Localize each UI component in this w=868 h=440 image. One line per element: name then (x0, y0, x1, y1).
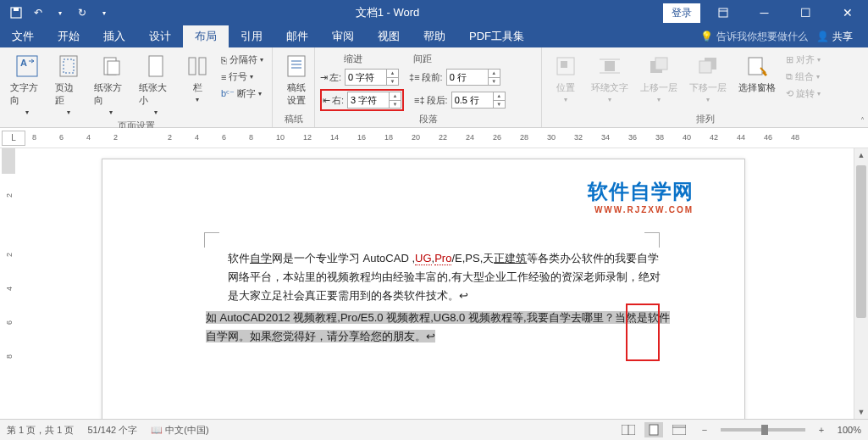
svg-rect-25 (699, 61, 711, 73)
share-button[interactable]: 👤共享 (816, 30, 853, 44)
watermark: 软件自学网 WWW.RJZXW.COM (588, 178, 694, 214)
status-page[interactable]: 第 1 页，共 1 页 (7, 424, 74, 437)
tab-references[interactable]: 引用 (229, 25, 274, 47)
zoom-level[interactable]: 100% (838, 425, 861, 435)
scroll-down-icon[interactable]: ▼ (854, 405, 868, 419)
spacing-after-input[interactable]: 0.5 行▲▼ (451, 92, 506, 109)
collapse-ribbon-icon[interactable]: ˄ (860, 116, 865, 125)
indent-right-icon: ⇤ (323, 95, 330, 106)
qat-customize-icon[interactable]: ▾ (97, 5, 112, 20)
wrap-text-button: 环绕文字▾ (588, 51, 632, 105)
indent-right-input[interactable]: 3 字符▲▼ (347, 92, 401, 109)
maximize-button[interactable]: ☐ (787, 0, 825, 25)
orientation-button[interactable]: 纸张方向▾ (91, 51, 130, 118)
svg-rect-10 (149, 56, 163, 76)
tab-layout[interactable]: 布局 (183, 25, 229, 47)
rotate-button: ⟲旋转▾ (784, 86, 822, 101)
zoom-in-button[interactable]: + (812, 422, 831, 437)
tab-file[interactable]: 文件 (0, 25, 46, 47)
book-icon: 📖 (151, 425, 163, 435)
print-layout-button[interactable] (644, 422, 663, 437)
svg-rect-30 (650, 425, 658, 435)
crop-mark (204, 232, 219, 248)
svg-rect-31 (672, 425, 686, 435)
svg-rect-12 (199, 58, 206, 75)
tab-mailings[interactable]: 邮件 (274, 25, 320, 47)
indent-header: 缩进 (344, 53, 362, 65)
spacing-before-icon: ‡≡ (409, 72, 420, 82)
breaks-icon: ⎘ (221, 55, 227, 65)
group-icon: ⧉ (786, 71, 793, 82)
paragraph-1[interactable]: 软件自学网是一个专业学习 AutoCAD ,UG,Pro/E,PS,天正建筑等各… (228, 249, 668, 305)
svg-rect-26 (749, 58, 762, 75)
spacing-after-icon: ≡‡ (414, 95, 425, 105)
spin-down-icon[interactable]: ▼ (387, 78, 398, 86)
svg-rect-19 (605, 61, 615, 71)
close-button[interactable]: ✕ (828, 0, 866, 25)
size-button[interactable]: 纸张大小▾ (135, 51, 175, 118)
paragraph-2[interactable]: 如 AutoCAD2012 视频教程,Pro/E5.0 视频教程,UG8.0 视… (206, 309, 680, 346)
svg-text:A: A (20, 58, 27, 68)
vertical-ruler[interactable]: 2 2 4 6 8 (0, 148, 20, 419)
spacing-before-input[interactable]: 0 行▲▼ (446, 69, 500, 86)
svg-rect-9 (108, 61, 119, 75)
undo-dropdown-icon[interactable]: ▾ (53, 5, 68, 20)
crop-mark (644, 232, 660, 248)
columns-button[interactable]: 栏▾ (180, 51, 214, 105)
indent-left-label: ⇥左: (320, 71, 341, 84)
tab-review[interactable]: 审阅 (320, 25, 366, 47)
ribbon-display-icon[interactable] (704, 0, 742, 25)
tab-view[interactable]: 视图 (366, 25, 412, 47)
redo-icon[interactable]: ↻ (75, 5, 90, 20)
group-label-paragraph: 段落 (320, 111, 536, 125)
tab-insert[interactable]: 插入 (91, 25, 137, 47)
spacing-before-label: ‡≡段前: (409, 71, 443, 84)
spacing-header: 间距 (413, 53, 432, 65)
text-direction-button[interactable]: A文字方向▾ (7, 51, 47, 118)
read-mode-button[interactable] (619, 422, 638, 437)
document-page[interactable]: 软件自学网 WWW.RJZXW.COM 软件自学网是一个专业学习 AutoCAD… (102, 159, 745, 419)
scroll-up-icon[interactable]: ▲ (854, 148, 868, 162)
lightbulb-icon: 💡 (700, 31, 713, 42)
web-layout-button[interactable] (670, 422, 688, 437)
tab-home[interactable]: 开始 (46, 25, 91, 47)
svg-rect-2 (719, 8, 727, 17)
hyphen-icon: bᶜ⁻ (221, 88, 235, 99)
breaks-button[interactable]: ⎘分隔符▾ (219, 53, 265, 67)
tab-selector[interactable]: L (2, 131, 25, 146)
zoom-out-button[interactable]: − (695, 422, 714, 437)
selection-pane-button[interactable]: 选择窗格 (735, 51, 779, 96)
tab-design[interactable]: 设计 (137, 25, 183, 47)
horizontal-ruler[interactable]: 8642246810121416182022242628303234363840… (32, 131, 868, 146)
tab-help[interactable]: 帮助 (412, 25, 457, 47)
status-words[interactable]: 51/142 个字 (87, 424, 137, 437)
manuscript-button[interactable]: 稿纸 设置 (279, 51, 313, 109)
spin-up-icon[interactable]: ▲ (387, 70, 398, 78)
position-button: 位置▾ (549, 51, 583, 105)
status-lang[interactable]: 📖 中文(中国) (151, 424, 208, 437)
margins-button[interactable]: 页边距▾ (52, 51, 86, 118)
group-label-manuscript: 稿纸 (279, 111, 307, 125)
svg-rect-7 (64, 59, 74, 73)
tab-pdf[interactable]: PDF工具集 (457, 25, 536, 47)
login-button[interactable]: 登录 (663, 3, 700, 23)
highlight-box (626, 304, 660, 361)
zoom-slider[interactable] (721, 428, 805, 432)
indent-left-input[interactable]: 0 字符▲▼ (345, 69, 399, 86)
svg-rect-11 (189, 58, 196, 75)
line-numbers-button[interactable]: ≡行号▾ (219, 70, 265, 84)
svg-rect-1 (14, 8, 19, 11)
scrollbar-thumb[interactable] (856, 165, 866, 318)
tell-me-input[interactable]: 💡告诉我你想要做什么 (700, 30, 808, 44)
minimize-button[interactable]: ─ (745, 0, 783, 25)
undo-icon[interactable]: ↶ (30, 5, 46, 20)
svg-rect-18 (561, 61, 567, 68)
align-button: ⊞对齐▾ (784, 53, 822, 67)
vertical-scrollbar[interactable]: ▲ ▼ (854, 148, 868, 419)
spacing-after-label: ≡‡段后: (414, 94, 448, 107)
save-icon[interactable] (8, 5, 24, 20)
hyphenation-button[interactable]: bᶜ⁻断字▾ (219, 86, 265, 101)
zoom-handle[interactable] (761, 425, 768, 435)
indent-right-label: ⇤右: (323, 94, 344, 107)
bring-forward-button: 上移一层▾ (637, 51, 681, 105)
